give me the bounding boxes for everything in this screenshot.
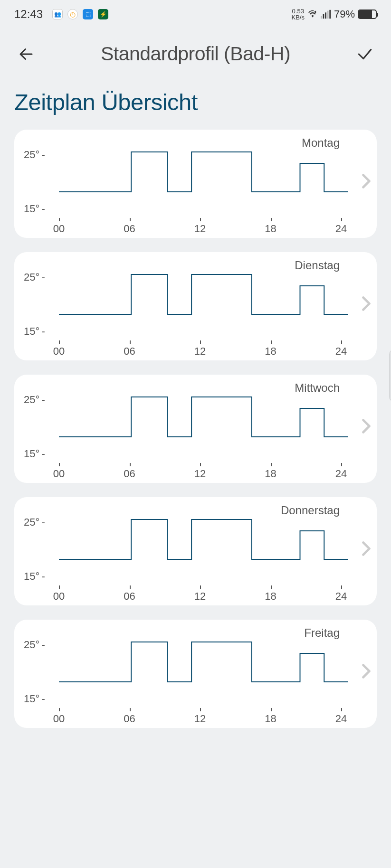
x-tick: 06: [123, 223, 137, 235]
header: Standardprofil (Bad-H): [0, 28, 391, 82]
schedule-card[interactable]: Dienstag 25° - 15° - 0006121824: [14, 252, 377, 360]
app-icon-blue: [83, 9, 93, 19]
x-tick: 06: [123, 590, 137, 603]
back-button[interactable]: [17, 45, 36, 64]
y-axis-low: 15° -: [24, 203, 44, 215]
x-tick: 18: [264, 223, 278, 235]
y-axis-low: 15° -: [24, 570, 44, 583]
header-title: Standardprofil (Bad-H): [101, 43, 290, 65]
svg-rect-1: [323, 14, 324, 19]
schedule-card[interactable]: Montag 25° - 15° - 0006121824: [14, 130, 377, 238]
x-tick: 00: [52, 590, 66, 603]
signal-icon: [321, 9, 331, 19]
day-chart: Freitag 25° - 15° - 0006121824: [24, 625, 367, 715]
x-tick: 18: [264, 345, 278, 358]
status-right: 0.53 KB/s 79%: [291, 8, 377, 20]
x-tick: 12: [193, 345, 207, 358]
schedule-plot: [59, 380, 348, 444]
x-tick: 06: [123, 713, 137, 725]
x-tick: 24: [334, 713, 348, 725]
svg-rect-2: [325, 12, 326, 19]
arrow-left-icon: [18, 46, 35, 63]
x-tick: 12: [193, 223, 207, 235]
x-tick: 06: [123, 468, 137, 480]
x-axis-labels: 0006121824: [59, 713, 348, 725]
battery-percent: 79%: [334, 8, 355, 20]
x-tick: 18: [264, 590, 278, 603]
x-tick: 00: [52, 713, 66, 725]
status-time: 12:43: [14, 8, 43, 21]
app-icon-green: [98, 9, 108, 19]
x-tick: 06: [123, 345, 137, 358]
x-tick: 12: [193, 468, 207, 480]
chevron-right-icon: [362, 418, 371, 435]
confirm-button[interactable]: [355, 45, 374, 64]
schedule-cards: Montag 25° - 15° - 0006121824 Dienstag 2…: [0, 130, 391, 728]
schedule-card[interactable]: Mittwoch 25° - 15° - 0006121824: [14, 375, 377, 483]
status-bar: 12:43 0.53 KB/s 79%: [0, 0, 391, 28]
check-icon: [356, 45, 374, 63]
day-chart: Montag 25° - 15° - 0006121824: [24, 135, 367, 225]
x-tick: 00: [52, 345, 66, 358]
x-axis-labels: 0006121824: [59, 345, 348, 358]
x-tick: 24: [334, 468, 348, 480]
wifi-icon: [307, 9, 318, 19]
x-tick: 12: [193, 713, 207, 725]
x-tick: 00: [52, 223, 66, 235]
svg-rect-4: [329, 10, 331, 19]
chevron-right-icon: [362, 173, 371, 190]
x-axis-labels: 0006121824: [59, 468, 348, 480]
app-icon-teams: [52, 9, 63, 19]
chevron-right-icon: [362, 663, 371, 680]
chevron-right-icon: [362, 296, 371, 313]
x-axis-labels: 0006121824: [59, 590, 348, 603]
x-axis-labels: 0006121824: [59, 223, 348, 235]
x-tick: 24: [334, 345, 348, 358]
y-axis-high: 25° -: [24, 271, 44, 283]
chevron-right-icon: [362, 541, 371, 558]
schedule-plot: [59, 625, 348, 689]
y-axis-high: 25° -: [24, 516, 44, 528]
x-tick: 24: [334, 590, 348, 603]
side-nav-pill[interactable]: [389, 349, 391, 402]
day-chart: Mittwoch 25° - 15° - 0006121824: [24, 380, 367, 470]
page-title: Zeitplan Übersicht: [0, 82, 391, 130]
day-chart: Donnerstag 25° - 15° - 0006121824: [24, 503, 367, 592]
x-tick: 12: [193, 590, 207, 603]
status-left: 12:43: [14, 8, 108, 21]
battery-fill: [359, 10, 372, 18]
schedule-plot: [59, 135, 348, 199]
schedule-plot: [59, 503, 348, 567]
x-tick: 18: [264, 713, 278, 725]
y-axis-low: 15° -: [24, 448, 44, 460]
battery-icon: [358, 9, 377, 19]
x-tick: 18: [264, 468, 278, 480]
app-icon-globe: [67, 9, 78, 19]
day-chart: Dienstag 25° - 15° - 0006121824: [24, 258, 367, 347]
network-speed-unit: KB/s: [291, 14, 304, 20]
svg-rect-3: [327, 11, 329, 19]
schedule-card[interactable]: Donnerstag 25° - 15° - 0006121824: [14, 497, 377, 605]
network-speed: 0.53 KB/s: [291, 8, 304, 20]
x-tick: 00: [52, 468, 66, 480]
x-tick: 24: [334, 223, 348, 235]
y-axis-low: 15° -: [24, 325, 44, 338]
y-axis-high: 25° -: [24, 149, 44, 161]
schedule-card[interactable]: Freitag 25° - 15° - 0006121824: [14, 620, 377, 728]
y-axis-high: 25° -: [24, 394, 44, 406]
y-axis-low: 15° -: [24, 693, 44, 705]
svg-rect-0: [321, 16, 322, 19]
y-axis-high: 25° -: [24, 639, 44, 651]
schedule-plot: [59, 258, 348, 322]
